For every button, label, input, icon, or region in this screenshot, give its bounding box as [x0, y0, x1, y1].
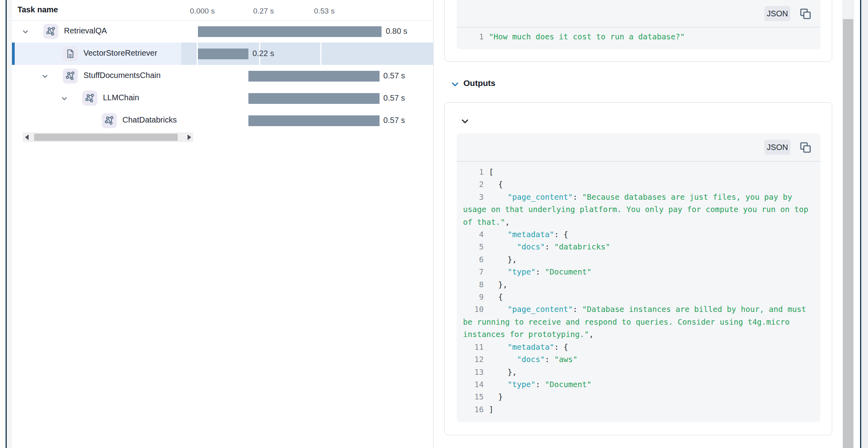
- code-line: 3 "page_content": "Because databases are…: [463, 191, 813, 228]
- chain-icon: [43, 24, 58, 39]
- code-line: 1[: [463, 166, 813, 178]
- chain-icon: [82, 91, 97, 106]
- horizontal-scrollbar-thumb[interactable]: [34, 134, 178, 141]
- line-number: 9: [463, 291, 484, 303]
- code-line: 9 {: [463, 291, 813, 303]
- tree-rows: RetrievalQA0.80 sVectorStoreRetriever0.2…: [12, 20, 433, 132]
- copy-button[interactable]: [799, 8, 811, 19]
- line-number: 16: [463, 403, 484, 416]
- tree-row-LLMChain[interactable]: LLMChain0.57 s: [12, 87, 433, 109]
- task-name-column-header: Task name: [17, 5, 58, 14]
- tree-row-RetrievalQA[interactable]: RetrievalQA0.80 s: [12, 20, 433, 43]
- triangle-left-icon: [25, 134, 29, 140]
- json-format-button[interactable]: JSON: [764, 140, 790, 155]
- inputs-code-header: JSON: [457, 0, 820, 27]
- code-line: 4 "metadata": {: [463, 228, 813, 241]
- chevron-down-icon[interactable]: [21, 28, 29, 36]
- axis-tick-1: 0.27 s: [253, 7, 274, 16]
- right-gutter: [861, 0, 868, 448]
- vertical-scrollbar-thumb[interactable]: [843, 19, 853, 448]
- line-number: 2: [463, 178, 484, 191]
- code-line: 2 {: [463, 178, 813, 191]
- scroll-right-button[interactable]: [185, 132, 193, 142]
- duration-label: 0.57 s: [384, 116, 405, 125]
- code-line: 12 "docs": "aws": [463, 353, 813, 366]
- output-item-chevron-icon[interactable]: [461, 117, 469, 126]
- line-number: 11: [463, 341, 484, 353]
- duration-bar: [198, 26, 382, 37]
- code-line: 13 },: [463, 366, 813, 378]
- trace-viewer: Task name 0.000 s 0.27 s 0.53 s Retrieva…: [0, 0, 868, 448]
- chevron-down-icon[interactable]: [60, 95, 68, 103]
- span-name-label: ChatDatabricks: [122, 115, 181, 125]
- outputs-code-block: JSON 1[2 {3 "page_content": "Because dat…: [457, 133, 820, 422]
- span-name-label: VectorStoreRetriever: [83, 49, 181, 58]
- line-number: 6: [463, 253, 484, 266]
- span-name-label: StuffDocumentsChain: [83, 71, 181, 80]
- tree-row-StuffDocumentsChain[interactable]: StuffDocumentsChain0.57 s: [12, 65, 433, 87]
- copy-button[interactable]: [799, 141, 811, 153]
- code-line: 7 "type": "Document": [463, 266, 813, 278]
- inputs-code-block: JSON 1"How much does it cost to run a da…: [457, 0, 820, 49]
- chain-icon: [102, 113, 117, 128]
- code-line: 14 "type": "Document": [463, 378, 813, 391]
- json-format-button[interactable]: JSON: [764, 6, 790, 21]
- duration-label: 0.57 s: [384, 71, 405, 80]
- axis-tick-0: 0.000 s: [190, 7, 215, 16]
- duration-label: 0.22 s: [252, 49, 274, 58]
- line-number: 13: [463, 366, 484, 378]
- code-line: 11 "metadata": {: [463, 341, 813, 353]
- duration-bar: [248, 93, 379, 104]
- copy-icon: [799, 141, 811, 153]
- outputs-card: JSON 1[2 {3 "page_content": "Because dat…: [444, 102, 832, 435]
- code-line: 1"How much does it cost to run a databas…: [463, 31, 813, 43]
- copy-icon: [799, 8, 811, 19]
- tree-row-ChatDatabricks[interactable]: ChatDatabricks0.57 s: [12, 109, 433, 132]
- line-number: 15: [463, 391, 484, 403]
- code-line: 5 "docs": "databricks": [463, 241, 813, 253]
- line-number: 8: [463, 279, 484, 291]
- tree-header: Task name 0.000 s 0.27 s 0.53 s: [12, 0, 433, 21]
- line-number: 1: [463, 166, 484, 178]
- inputs-card: JSON 1"How much does it cost to run a da…: [444, 0, 832, 62]
- line-number: 5: [463, 241, 484, 253]
- outputs-section-title: Outputs: [463, 78, 495, 88]
- triangle-right-icon: [188, 134, 191, 140]
- trace-tree-panel: Task name 0.000 s 0.27 s 0.53 s Retrieva…: [12, 0, 434, 448]
- document-icon: [63, 46, 78, 61]
- horizontal-scrollbar[interactable]: [23, 132, 193, 142]
- duration-bar: [248, 71, 379, 82]
- tree-row-VectorStoreRetriever[interactable]: VectorStoreRetriever0.22 s: [12, 43, 433, 65]
- line-number: 12: [463, 353, 484, 366]
- axis-tick-2: 0.53 s: [314, 7, 335, 16]
- line-number: 3: [463, 191, 484, 203]
- duration-bar: [198, 49, 248, 59]
- code-line: 6 },: [463, 253, 813, 266]
- selected-row-accent: [12, 43, 15, 65]
- span-name-label: LLMChain: [103, 93, 181, 102]
- line-number: 4: [463, 228, 484, 241]
- code-line: 16]: [463, 403, 813, 416]
- code-line: 8 },: [463, 279, 813, 291]
- duration-label: 0.57 s: [384, 93, 405, 103]
- timeline-gridline: [320, 43, 322, 65]
- code-line: 10 "page_content": "Database instances a…: [463, 303, 813, 341]
- left-gutter: [7, 0, 12, 448]
- outputs-code-header: JSON: [457, 133, 820, 162]
- outputs-collapse-chevron-icon[interactable]: [451, 80, 459, 89]
- span-name-label: RetrievalQA: [64, 26, 181, 35]
- line-number: 7: [463, 266, 484, 278]
- scroll-left-button[interactable]: [23, 132, 31, 142]
- chain-icon: [63, 68, 78, 84]
- outputs-code-lines: 1[2 {3 "page_content": "Because database…: [463, 166, 813, 416]
- chevron-down-icon[interactable]: [41, 72, 49, 80]
- duration-bar: [248, 115, 379, 126]
- duration-label: 0.80 s: [386, 27, 407, 36]
- line-number: 1: [463, 31, 484, 43]
- line-number: 14: [463, 378, 484, 391]
- line-number: 10: [463, 303, 484, 316]
- code-line: 15 }: [463, 391, 813, 403]
- inputs-code-lines: 1"How much does it cost to run a databas…: [463, 31, 813, 43]
